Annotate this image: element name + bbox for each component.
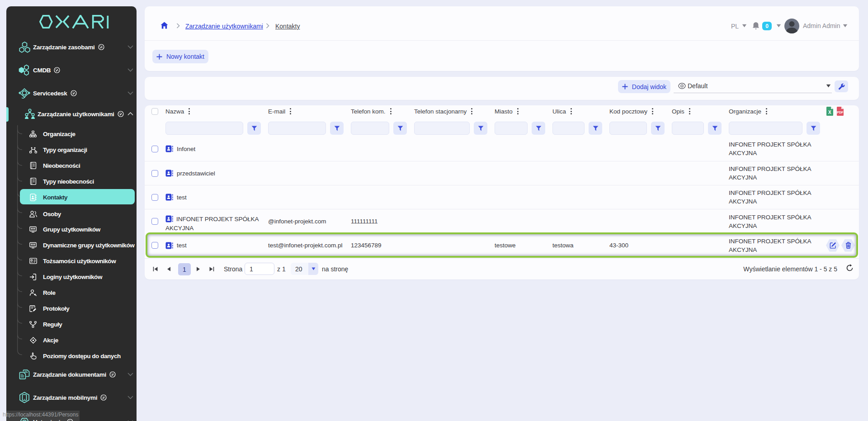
svg-text:X: X xyxy=(828,110,831,115)
svg-text:PDF: PDF xyxy=(837,111,844,114)
